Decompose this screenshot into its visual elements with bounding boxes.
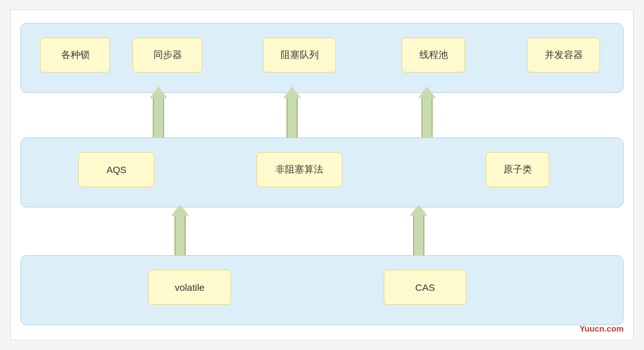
arrow-aqs-to-sync — [150, 87, 167, 137]
diagram-container: Yuucn.com 各种锁 同步器 阻塞队列 线程池 并发容器 AQS 非阻塞算… — [10, 10, 634, 340]
arrow-shaft-3 — [421, 98, 433, 137]
box-lock: 各种锁 — [40, 38, 110, 73]
arrow-nonblk-to-queue — [283, 87, 301, 137]
arrow-volatile-to-aqs — [171, 204, 189, 255]
layer-bot: volatile CAS — [20, 255, 624, 325]
box-volatile: volatile — [148, 270, 231, 305]
arrow-head-5 — [410, 204, 428, 216]
box-pool: 线程池 — [402, 38, 465, 73]
arrow-head-1 — [150, 87, 167, 98]
box-aqs: AQS — [78, 152, 155, 187]
arrow-head-3 — [418, 87, 436, 98]
arrow-head-4 — [171, 204, 189, 216]
arrow-cas-to-nonblk — [410, 204, 428, 255]
arrow-head-2 — [283, 87, 301, 98]
layer-mid: AQS 非阻塞算法 原子类 — [20, 137, 624, 207]
arrow-shaft-4 — [174, 216, 186, 255]
box-cas: CAS — [384, 270, 466, 305]
arrow-shaft-2 — [286, 98, 298, 137]
box-nonblk: 非阻塞算法 — [256, 152, 342, 187]
box-sync: 同步器 — [132, 38, 202, 73]
arrow-atomic-to-pool — [418, 87, 436, 137]
box-atomic: 原子类 — [486, 152, 549, 187]
arrow-shaft-1 — [153, 98, 164, 137]
layer-top: 各种锁 同步器 阻塞队列 线程池 并发容器 — [20, 23, 624, 93]
watermark: Yuucn.com — [580, 324, 624, 333]
box-queue: 阻塞队列 — [263, 38, 336, 73]
arrow-shaft-5 — [413, 216, 424, 255]
box-conc: 并发容器 — [527, 38, 600, 73]
